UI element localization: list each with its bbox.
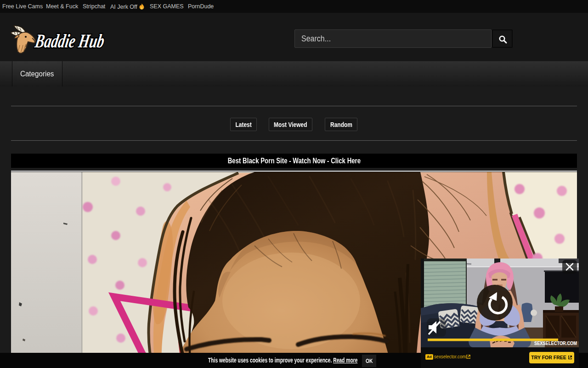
svg-text:Baddie Hub: Baddie Hub: [33, 30, 106, 52]
svg-text:SEXSELECTOR.COM: SEXSELECTOR.COM: [534, 340, 577, 346]
